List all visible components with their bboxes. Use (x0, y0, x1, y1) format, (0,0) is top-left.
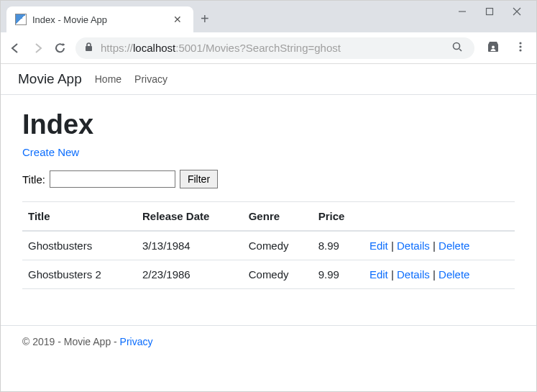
svg-line-6 (459, 49, 462, 51)
movies-table: Title Release Date Genre Price Ghostbust… (22, 201, 515, 289)
cell-release: 2/23/1986 (137, 260, 243, 289)
col-actions (364, 202, 515, 232)
reload-button[interactable] (54, 42, 67, 55)
svg-point-7 (492, 46, 495, 49)
lock-icon (84, 42, 93, 54)
cell-genre: Comedy (243, 231, 313, 260)
browser-viewport: Movie App Home Privacy Index Create New … (1, 64, 536, 392)
cell-actions: Edit | Details | Delete (364, 260, 515, 289)
address-bar[interactable]: https://localhost:5001/Movies?SearchStri… (75, 37, 474, 59)
table-row: Ghostbusters 2 2/23/1986 Comedy 9.99 Edi… (22, 260, 515, 289)
cell-title: Ghostbusters 2 (22, 260, 137, 289)
footer-text: © 2019 - Movie App - (22, 336, 120, 347)
maximize-button[interactable] (485, 6, 495, 18)
svg-point-10 (519, 49, 521, 51)
tab-title: Index - Movie App (32, 14, 165, 25)
svg-point-5 (454, 43, 460, 50)
cell-actions: Edit | Details | Delete (364, 231, 515, 260)
delete-link[interactable]: Delete (439, 268, 469, 281)
nav-link-home[interactable]: Home (95, 73, 121, 85)
col-genre: Genre (243, 202, 313, 232)
edit-link[interactable]: Edit (370, 268, 388, 281)
svg-point-9 (519, 45, 521, 47)
filter-button[interactable]: Filter (180, 170, 218, 188)
footer-privacy-link[interactable]: Privacy (120, 336, 153, 347)
forward-button[interactable] (31, 41, 45, 55)
svg-rect-1 (487, 9, 493, 15)
site-navbar: Movie App Home Privacy (1, 64, 536, 95)
account-icon[interactable] (483, 40, 503, 56)
details-link[interactable]: Details (397, 240, 430, 252)
details-link[interactable]: Details (397, 268, 430, 281)
close-tab-button[interactable]: ✕ (170, 12, 185, 27)
page-content: Movie App Home Privacy Index Create New … (1, 64, 536, 392)
back-button[interactable] (8, 41, 22, 55)
col-price: Price (313, 202, 364, 232)
menu-icon[interactable] (512, 41, 529, 55)
delete-link[interactable]: Delete (439, 240, 469, 252)
svg-rect-4 (86, 46, 92, 51)
browser-titlebar: Index - Movie App ✕ + (1, 1, 536, 32)
browser-toolbar: https://localhost:5001/Movies?SearchStri… (1, 32, 536, 64)
col-title: Title (22, 202, 137, 232)
minimize-button[interactable] (457, 6, 467, 18)
col-release: Release Date (137, 202, 243, 232)
title-input[interactable] (50, 170, 175, 188)
new-tab-button[interactable]: + (201, 11, 209, 27)
cell-genre: Comedy (243, 260, 313, 289)
close-window-button[interactable] (512, 6, 522, 18)
site-footer: © 2019 - Movie App - Privacy (1, 325, 536, 357)
cell-release: 3/13/1984 (137, 231, 243, 260)
cell-price: 8.99 (313, 231, 364, 260)
search-icon[interactable] (449, 41, 466, 55)
filter-label: Title: (22, 173, 45, 186)
favicon (15, 14, 27, 25)
table-row: Ghostbusters 3/13/1984 Comedy 8.99 Edit … (22, 231, 515, 260)
svg-point-8 (519, 42, 521, 44)
window-controls (457, 1, 536, 18)
filter-form: Title: Filter (22, 170, 515, 188)
navbar-brand[interactable]: Movie App (18, 71, 82, 87)
page-heading: Index (22, 109, 515, 140)
create-new-link[interactable]: Create New (22, 146, 79, 158)
cell-price: 9.99 (313, 260, 364, 289)
url-text: https://localhost:5001/Movies?SearchStri… (101, 42, 441, 54)
cell-title: Ghostbusters (22, 231, 137, 260)
nav-link-privacy[interactable]: Privacy (134, 73, 167, 85)
browser-tab[interactable]: Index - Movie App ✕ (6, 6, 193, 32)
edit-link[interactable]: Edit (370, 240, 388, 252)
